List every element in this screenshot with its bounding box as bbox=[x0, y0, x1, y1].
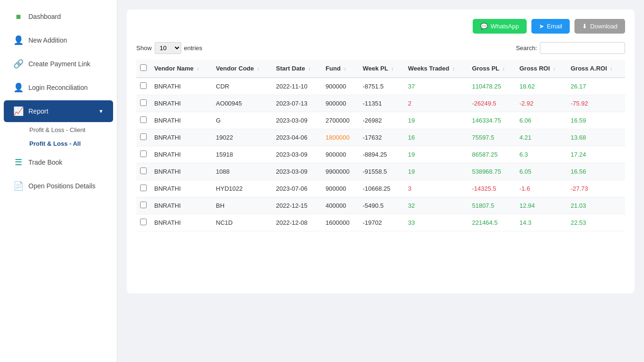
chevron-down-icon: ▼ bbox=[98, 108, 104, 114]
sidebar-subitem-profit-loss-client[interactable]: Profit & Loss - Client bbox=[25, 123, 117, 137]
start-date: 2023-07-06 bbox=[272, 180, 322, 197]
table-header-row: Vendor Name ↕ Vendor Code ↕ Start Date ↕… bbox=[136, 60, 625, 78]
gross-roi: 12.94 bbox=[516, 197, 567, 214]
gross-aroi: 16.56 bbox=[567, 163, 625, 180]
table-row: BNRATHI 1088 2023-03-09 9900000 -91558.5… bbox=[136, 163, 625, 180]
start-date: 2023-03-09 bbox=[272, 146, 322, 163]
vendor-code: 19022 bbox=[212, 129, 272, 146]
sidebar-item-new-addition[interactable]: 👤 New Addition bbox=[4, 29, 113, 51]
vendor-name: BNRATHI bbox=[150, 95, 212, 112]
email-button[interactable]: ➤ Email bbox=[531, 19, 570, 34]
table-row: BNRATHI AO00945 2023-07-13 900000 -11351… bbox=[136, 95, 625, 112]
action-bar: 💬 WhatsApp ➤ Email ⬇ Download bbox=[136, 19, 625, 34]
gross-pl: -26249.5 bbox=[468, 95, 515, 112]
row-checkbox[interactable] bbox=[140, 99, 147, 106]
whatsapp-button[interactable]: 💬 WhatsApp bbox=[473, 19, 527, 34]
sidebar-item-label: Report bbox=[28, 107, 48, 115]
start-date: 2023-07-13 bbox=[272, 95, 322, 112]
row-checkbox[interactable] bbox=[140, 202, 147, 208]
payment-icon: 🔗 bbox=[13, 59, 24, 69]
gross-roi: -2.92 bbox=[516, 95, 567, 112]
row-checkbox-cell bbox=[136, 129, 150, 146]
sidebar-item-label: Login Reconciliation bbox=[28, 84, 88, 91]
search-box: Search: bbox=[516, 42, 625, 54]
download-button[interactable]: ⬇ Download bbox=[574, 19, 625, 34]
gross-pl: 110478.25 bbox=[468, 78, 515, 95]
search-input[interactable] bbox=[540, 42, 625, 54]
start-date: 2023-04-06 bbox=[272, 129, 322, 146]
sort-icon: ↕ bbox=[197, 66, 199, 71]
sidebar-item-open-positions[interactable]: 📄 Open Positions Details bbox=[4, 175, 113, 197]
vendor-code: 15918 bbox=[212, 146, 272, 163]
vendor-name: BNRATHI bbox=[150, 112, 212, 129]
vendor-name: BNRATHI bbox=[150, 214, 212, 231]
vendor-code: BH bbox=[212, 197, 272, 214]
sidebar-item-label: Trade Book bbox=[28, 159, 62, 166]
row-checkbox[interactable] bbox=[140, 150, 147, 157]
row-checkbox[interactable] bbox=[140, 116, 147, 123]
gross-roi: 6.06 bbox=[516, 112, 567, 129]
header-fund: Fund ↕ bbox=[322, 60, 359, 78]
table-row: BNRATHI 19022 2023-04-06 1800000 -17632 … bbox=[136, 129, 625, 146]
row-checkbox-cell bbox=[136, 197, 150, 214]
gross-roi: -1.6 bbox=[516, 180, 567, 197]
content-card: 💬 WhatsApp ➤ Email ⬇ Download Show 10 25… bbox=[127, 9, 635, 293]
week-pl: -17632 bbox=[359, 129, 405, 146]
fund: 1600000 bbox=[322, 214, 359, 231]
sidebar-item-login-reconciliation[interactable]: 👤 Login Reconciliation bbox=[4, 77, 113, 98]
weeks-traded: 19 bbox=[404, 163, 468, 180]
fund: 2700000 bbox=[322, 112, 359, 129]
start-date: 2022-12-08 bbox=[272, 214, 322, 231]
header-vendor-code: Vendor Code ↕ bbox=[212, 60, 272, 78]
sidebar-item-label: Open Positions Details bbox=[28, 182, 96, 190]
row-checkbox-cell bbox=[136, 163, 150, 180]
weeks-traded: 19 bbox=[404, 112, 468, 129]
week-pl: -8894.25 bbox=[359, 146, 405, 163]
vendor-code: G bbox=[212, 112, 272, 129]
row-checkbox-cell bbox=[136, 180, 150, 197]
sidebar-item-report[interactable]: 📈 Report ▼ bbox=[4, 100, 113, 122]
gross-aroi: 16.59 bbox=[567, 112, 625, 129]
vendor-code: NC1D bbox=[212, 214, 272, 231]
row-checkbox[interactable] bbox=[140, 185, 147, 191]
gross-aroi: 26.17 bbox=[567, 78, 625, 95]
login-icon: 👤 bbox=[13, 82, 24, 93]
vendor-name: BNRATHI bbox=[150, 180, 212, 197]
select-all-checkbox[interactable] bbox=[140, 64, 147, 71]
start-date: 2023-03-09 bbox=[272, 163, 322, 180]
table-row: BNRATHI 15918 2023-03-09 900000 -8894.25… bbox=[136, 146, 625, 163]
dashboard-icon: ■ bbox=[13, 11, 24, 22]
download-icon: ⬇ bbox=[582, 23, 587, 30]
vendor-name: BNRATHI bbox=[150, 129, 212, 146]
header-week-pl: Week PL ↕ bbox=[359, 60, 405, 78]
sidebar-item-dashboard[interactable]: ■ Dashboard bbox=[4, 6, 113, 27]
sidebar-subitem-profit-loss-all[interactable]: Profit & Loss - All bbox=[25, 137, 117, 150]
vendor-name: BNRATHI bbox=[150, 146, 212, 163]
sidebar-item-create-payment-link[interactable]: 🔗 Create Payment Link bbox=[4, 53, 113, 75]
fund: 900000 bbox=[322, 146, 359, 163]
start-date: 2022-12-15 bbox=[272, 197, 322, 214]
row-checkbox-cell bbox=[136, 214, 150, 231]
header-checkbox bbox=[136, 60, 150, 78]
row-checkbox[interactable] bbox=[140, 168, 147, 174]
gross-roi: 6.3 bbox=[516, 146, 567, 163]
entries-select[interactable]: 10 25 50 100 bbox=[155, 42, 181, 54]
sort-icon: ↕ bbox=[257, 66, 259, 71]
table-row: BNRATHI G 2023-03-09 2700000 -26982 19 1… bbox=[136, 112, 625, 129]
table-row: BNRATHI CDR 2022-11-10 900000 -8751.5 37… bbox=[136, 78, 625, 95]
fund: 900000 bbox=[322, 78, 359, 95]
row-checkbox-cell bbox=[136, 146, 150, 163]
row-checkbox[interactable] bbox=[140, 82, 147, 89]
week-pl: -26982 bbox=[359, 112, 405, 129]
weeks-traded: 37 bbox=[404, 78, 468, 95]
sort-icon: ↕ bbox=[553, 66, 556, 71]
sidebar-item-trade-book[interactable]: ☰ Trade Book bbox=[4, 151, 113, 173]
row-checkbox[interactable] bbox=[140, 219, 147, 225]
fund: 9900000 bbox=[322, 163, 359, 180]
sort-icon: ↕ bbox=[344, 66, 346, 71]
tradebook-icon: ☰ bbox=[13, 157, 24, 168]
week-pl: -19702 bbox=[359, 214, 405, 231]
start-date: 2023-03-09 bbox=[272, 112, 322, 129]
row-checkbox[interactable] bbox=[140, 133, 147, 140]
report-icon: 📈 bbox=[13, 106, 24, 116]
